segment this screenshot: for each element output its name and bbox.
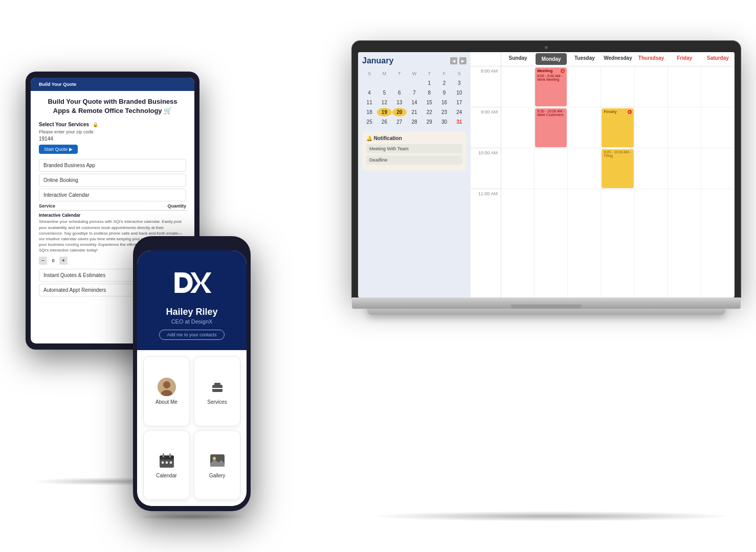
calendar-col-friday	[668, 66, 701, 297]
tablet-table-header: Service Quantity	[39, 203, 186, 211]
phone-app-header: Hailey Riley CEO at DesignX Add me to yo…	[137, 250, 247, 350]
calendar-event-meeting[interactable]: Meeting × 8:00 - 9:00 AM - Work Meeting	[535, 67, 567, 106]
phone-device: Hailey Riley CEO at DesignX Add me to yo…	[133, 236, 251, 511]
about-me-label: About Me	[155, 399, 177, 405]
calendar-prev-arrow[interactable]: ◀	[450, 57, 457, 64]
calendar-col-thursday	[635, 66, 668, 297]
event-thing-title: 9:20 - 10:00 AM - Thing	[604, 150, 631, 157]
calendar-notif-item-2[interactable]: Deadline	[366, 155, 462, 165]
cal-header-sunday: Sunday	[501, 52, 535, 66]
cal-header-tuesday: Tuesday	[568, 52, 601, 66]
calendar-event-finally[interactable]: Finally ×	[602, 108, 633, 147]
calendar-col-monday: Meeting × 8:00 - 9:00 AM - Work Meeting	[535, 66, 568, 297]
cal-header-friday: Friday	[668, 52, 701, 66]
time-label-8am: 8:00 AM	[471, 66, 501, 107]
calendar-days-header: S M T W T F S	[362, 70, 466, 78]
avatar-svg	[158, 378, 176, 396]
calendar-event-thing[interactable]: 9:20 - 10:00 AM - Thing	[602, 149, 633, 188]
tablet-main-title: Build Your Quote with Branded Business A…	[39, 97, 186, 116]
svg-point-1	[163, 381, 170, 388]
gallery-icon	[208, 451, 227, 470]
event-finally-title: Finally	[604, 109, 616, 114]
phone-grid-item-about-me[interactable]: About Me	[143, 356, 190, 426]
svg-rect-11	[166, 462, 168, 464]
tablet-header-bar: Build Your Quote	[31, 78, 194, 91]
tablet-service-interactive-calendar[interactable]: Interactive Calendar	[39, 189, 186, 201]
laptop-foot	[367, 309, 725, 315]
calendar-week-1b: 4 5 6 7 8 9 10	[362, 88, 466, 97]
laptop-screen: January ◀ ▶ S M T W T	[358, 52, 735, 297]
tablet-service-detail-title: Interactive Calendar	[39, 213, 186, 218]
calendar-month-title: January	[362, 56, 393, 65]
services-label: Services	[207, 399, 227, 405]
cal-day-header-fri: F	[437, 70, 451, 78]
calendar-col-tuesday	[568, 66, 601, 297]
calendar-notif-item-1[interactable]: Meeting With Team	[366, 144, 462, 153]
tablet-header-text: Build Your Quote	[39, 82, 186, 87]
calendar-time-body: 8:00 AM 9:00 AM 10:00 AM 11:00 AM	[471, 66, 735, 297]
cal-day-header-sun: S	[362, 70, 376, 78]
event-close-icon[interactable]: ×	[561, 69, 565, 73]
cal-header-monday[interactable]: Monday	[536, 53, 567, 65]
phone-logo	[169, 265, 215, 301]
calendar-col-saturday	[701, 66, 735, 297]
tablet-services-label: Select Your Services 🔒	[39, 122, 186, 127]
tablet-zip-label: Please enter your zip code:	[39, 129, 186, 134]
tablet-service-online-booking[interactable]: Online Booking	[39, 174, 186, 187]
tablet-service-branded-app[interactable]: Branded Business App	[39, 159, 186, 172]
tablet-col-quantity: Quantity	[167, 203, 186, 209]
laptop-device: January ◀ ▶ S M T W T	[352, 41, 741, 315]
calendar-nav-arrows[interactable]: ◀ ▶	[450, 57, 466, 64]
logo-svg	[171, 267, 212, 298]
tablet-col-service: Service	[39, 203, 167, 209]
phone-grid-item-services[interactable]: Services	[194, 356, 240, 426]
laptop-shadow	[367, 511, 736, 521]
calendar-svg	[158, 451, 176, 470]
calendar-weekly-view: Sunday Monday Tuesday Wednesday Thursdsa…	[471, 52, 735, 297]
cal-day-header-thu: T	[422, 70, 436, 78]
avatar-icon	[158, 378, 176, 396]
calendar-week-4: 25 26 27 28 29 30 31	[362, 118, 466, 126]
svg-rect-8	[163, 453, 164, 457]
scene: January ◀ ▶ S M T W T	[0, 0, 756, 552]
phone-grid-item-calendar[interactable]: Calendar	[143, 430, 190, 500]
event-meeting-subtitle: 8:00 - 9:00 AM - Work Meeting	[537, 74, 565, 81]
calendar-week-3: 18 19 20 21 22 23 24	[362, 108, 466, 117]
cal-header-wednesday: Wednesday	[601, 52, 634, 66]
event-customers-title: 9:20 - 10:00 AM - Meet Customers	[537, 109, 565, 117]
phone-screen: Hailey Riley CEO at DesignX Add me to yo…	[137, 250, 247, 506]
phone-grid-item-gallery[interactable]: Gallery	[194, 430, 240, 500]
gallery-svg	[208, 451, 227, 470]
svg-rect-5	[211, 388, 224, 389]
time-label-10am: 10:00 AM	[471, 148, 501, 189]
time-label-11am: 11:00 AM	[471, 189, 501, 230]
phone-contact-button[interactable]: Add me to your contacts	[159, 330, 224, 340]
svg-rect-7	[160, 455, 174, 459]
svg-rect-12	[170, 462, 172, 464]
tablet-zip-value: 19144	[39, 136, 186, 142]
cal-day-header-wed: W	[407, 70, 421, 78]
quantity-decrease-button[interactable]: −	[39, 257, 47, 265]
calendar-event-meet-customers[interactable]: 9:20 - 10:00 AM - Meet Customers	[535, 108, 567, 147]
laptop-camera	[545, 46, 548, 49]
laptop-base	[352, 297, 741, 309]
tablet-start-quote-button[interactable]: Start Quote ▶	[39, 145, 78, 154]
cal-day-header-sat: S	[452, 70, 466, 78]
services-icon	[208, 378, 227, 396]
svg-rect-4	[214, 383, 220, 386]
calendar-week-header-row: Sunday Monday Tuesday Wednesday Thursdsa…	[471, 52, 735, 66]
calendar-next-arrow[interactable]: ▶	[459, 57, 466, 64]
quantity-value: 0	[49, 258, 57, 263]
laptop-screen-outer: January ◀ ▶ S M T W T	[352, 41, 741, 297]
gallery-label: Gallery	[209, 473, 226, 478]
cal-day-header-mon: M	[377, 70, 391, 78]
quantity-increase-button[interactable]: +	[59, 257, 68, 265]
laptop-camera-row	[358, 46, 735, 49]
calendar-col-wednesday: Finally × 9:20 - 10:00 AM - Thing	[601, 66, 634, 297]
calendar-week-2: 11 12 13 14 15 16 17	[362, 98, 466, 107]
time-label-9am: 9:00 AM	[471, 107, 501, 148]
phone-shadow	[136, 513, 248, 520]
event-finally-close[interactable]: ×	[628, 110, 632, 114]
calendar-week-1: 1 2 3	[362, 79, 466, 87]
calendar-notif-header: 🔔 Notification	[366, 135, 462, 141]
